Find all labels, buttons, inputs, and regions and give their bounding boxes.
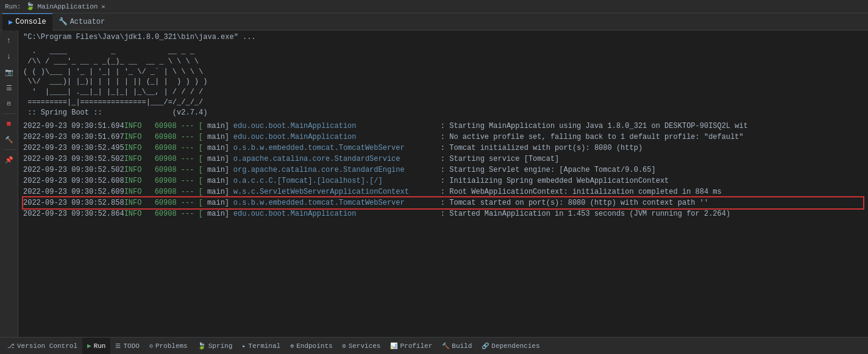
log-pid: 60908 --- [ (155, 132, 203, 143)
log-thread: main] (203, 186, 233, 197)
log-class: w.s.c.ServletWebServerApplicationContext (233, 186, 441, 197)
status-item-label: Terminal (248, 342, 280, 350)
console-icon: ▶ (9, 18, 13, 27)
problems-icon: ⊙ (149, 342, 153, 350)
log-message: : Tomcat started on port(s): 8080 (http)… (441, 197, 863, 208)
log-date: 2022-09-23 09:30:52.608 (23, 175, 124, 186)
log-message: : Tomcat initialized with port(s): 8080 … (441, 143, 863, 154)
log-thread: main] (203, 143, 233, 154)
log-level: INFO (124, 208, 155, 219)
log-message: : Starting service [Tomcat] (441, 154, 863, 165)
log-row: 2022-09-23 09:30:52.502 INFO 60908 --- [… (23, 165, 863, 175)
tab-console-label: Console (15, 18, 46, 26)
status-item-label: Dependencies (491, 342, 539, 350)
status-item-dependencies[interactable]: 🔗Dependencies (477, 338, 544, 355)
log-row: 2022-09-23 09:30:52.495 INFO 60908 --- [… (23, 143, 863, 154)
console-area[interactable]: "C:\Program Files\Java\jdk1.8.0_321\bin\… (18, 30, 868, 337)
status-item-terminal[interactable]: ▸Terminal (237, 338, 285, 355)
log-message: : Root WebApplicationContext: initializa… (441, 186, 863, 197)
status-item-endpoints[interactable]: ⊕Endpoints (285, 338, 337, 355)
log-entries: 2022-09-23 09:30:51.694 INFO 60908 --- [… (23, 121, 863, 219)
log-level: INFO (124, 121, 155, 132)
tab-actuator[interactable]: 🔧 Actuator (52, 13, 112, 30)
run-label: Run: (5, 3, 21, 10)
log-class: o.apache.catalina.core.StandardService (233, 154, 441, 165)
left-toolbar: ↑ ↓ 📷 ☰ ⊟ ■ 🔨 📌 (0, 30, 18, 337)
status-item-label: TODO (123, 342, 139, 350)
actuator-icon: 🔧 (59, 17, 68, 26)
close-tab-icon[interactable]: ✕ (101, 3, 105, 10)
services-icon: ⚙ (343, 342, 346, 350)
wrap-button[interactable]: ☰ (2, 80, 16, 95)
log-date: 2022-09-23 09:30:52.495 (23, 143, 124, 154)
status-item-spring[interactable]: 🍃Spring (193, 338, 238, 355)
build-icon: 🔨 (442, 342, 449, 350)
log-row: 2022-09-23 09:30:52.858 INFO 60908 --- [… (23, 197, 863, 208)
log-level: INFO (124, 132, 155, 143)
version-control-icon: ⎇ (7, 342, 15, 350)
status-item-problems[interactable]: ⊙Problems (144, 338, 193, 355)
log-row: 2022-09-23 09:30:52.609 INFO 60908 --- [… (23, 186, 863, 197)
log-message: : Starting MainApplication using Java 1.… (441, 121, 863, 132)
profiler-icon: 📊 (390, 342, 397, 350)
terminal-icon: ▸ (242, 342, 246, 350)
status-item-label: Build (452, 342, 472, 350)
screenshot-button[interactable]: 📷 (2, 65, 16, 79)
scroll-down-button[interactable]: ↓ (2, 49, 16, 63)
log-thread: main] (203, 121, 233, 132)
log-thread: main] (203, 208, 233, 219)
tab-actuator-label: Actuator (70, 18, 105, 26)
log-row: 2022-09-23 09:30:51.697 INFO 60908 --- [… (23, 132, 863, 143)
log-date: 2022-09-23 09:30:51.697 (23, 132, 124, 143)
main-area: ↑ ↓ 📷 ☰ ⊟ ■ 🔨 📌 "C:\Program Files\Java\j… (0, 30, 868, 337)
spring-icon: 🍃 (197, 342, 206, 350)
status-item-run[interactable]: ▶Run (82, 338, 110, 355)
log-thread: main] (203, 175, 233, 186)
log-date: 2022-09-23 09:30:51.694 (23, 121, 124, 132)
status-item-label: Problems (155, 342, 188, 350)
log-pid: 60908 --- [ (155, 175, 203, 186)
log-pid: 60908 --- [ (155, 154, 203, 165)
log-class: o.s.b.w.embedded.tomcat.TomcatWebServer (233, 143, 441, 154)
log-message: : No active profile set, falling back to… (441, 132, 863, 143)
status-item-label: Profiler (400, 342, 432, 350)
spring-banner: . ____ _ __ _ _ /\\ / ___'_ __ _ _(_)_ _… (23, 46, 863, 118)
pin-button[interactable]: 📌 (2, 152, 16, 167)
toolbar-sep1 (3, 113, 15, 114)
log-pid: 60908 --- [ (155, 165, 203, 175)
format-button[interactable]: ⊟ (2, 96, 16, 111)
log-message: : Starting Servlet engine: [Apache Tomca… (441, 165, 863, 175)
log-thread: main] (203, 165, 233, 175)
log-date: 2022-09-23 09:30:52.502 (23, 154, 124, 165)
scroll-up-button[interactable]: ↑ (2, 33, 16, 48)
status-item-profiler[interactable]: 📊Profiler (385, 338, 437, 355)
tab-console[interactable]: ▶ Console (2, 13, 52, 30)
log-pid: 60908 --- [ (155, 197, 203, 208)
log-message: : Initializing Spring embedded WebApplic… (441, 175, 863, 186)
rebuild-button[interactable]: 🔨 (2, 132, 16, 147)
status-item-services[interactable]: ⚙Services (338, 338, 386, 355)
run-icon: ▶ (87, 342, 91, 350)
status-item-build[interactable]: 🔨Build (437, 338, 477, 355)
endpoints-icon: ⊕ (290, 342, 294, 350)
stop-button[interactable]: ■ (2, 116, 16, 131)
log-level: INFO (124, 154, 155, 165)
todo-icon: ☰ (115, 342, 121, 350)
log-pid: 60908 --- [ (155, 186, 203, 197)
log-class: edu.ouc.boot.MainApplication (233, 121, 441, 132)
log-thread: main] (203, 132, 233, 143)
log-class: edu.ouc.boot.MainApplication (233, 208, 441, 219)
app-title: MainApplication (37, 3, 98, 10)
app-icon: 🍃 (26, 2, 35, 11)
status-item-version-control[interactable]: ⎇Version Control (2, 338, 82, 355)
status-item-label: Endpoints (296, 342, 332, 350)
log-row: 2022-09-23 09:30:52.608 INFO 60908 --- [… (23, 175, 863, 186)
status-item-label: Run (94, 342, 106, 350)
status-bar: ⎇Version Control▶Run☰TODO⊙Problems🍃Sprin… (0, 337, 868, 354)
status-item-todo[interactable]: ☰TODO (110, 338, 144, 355)
log-row: 2022-09-23 09:30:52.502 INFO 60908 --- [… (23, 154, 863, 165)
log-date: 2022-09-23 09:30:52.609 (23, 186, 124, 197)
status-item-label: Services (349, 342, 381, 350)
log-class: o.s.b.w.embedded.tomcat.TomcatWebServer (233, 197, 441, 208)
log-level: INFO (124, 165, 155, 175)
